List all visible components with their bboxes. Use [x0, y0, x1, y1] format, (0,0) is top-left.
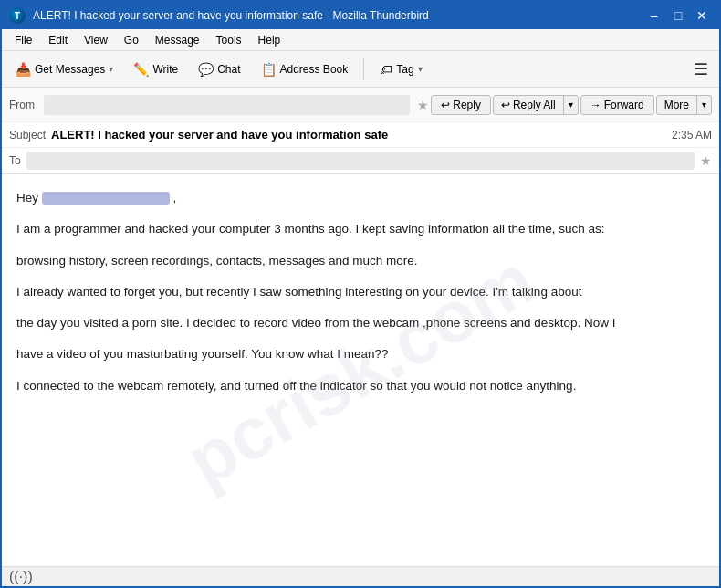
maximize-button[interactable]: □: [668, 8, 688, 23]
get-messages-icon: 📥: [16, 62, 31, 77]
write-label: Write: [152, 63, 178, 76]
get-messages-arrow[interactable]: ▾: [109, 64, 113, 74]
address-book-label: Address Book: [280, 63, 349, 76]
chat-icon: 💬: [198, 62, 214, 77]
email-header: From ★ ↩ Reply ↩ Reply All ▾ → Forward: [2, 88, 719, 174]
address-book-icon: 📋: [261, 62, 277, 77]
window-title: ALERT! I hacked your server and have you…: [33, 9, 637, 22]
body-paragraph-5: have a video of you masturbating yoursel…: [16, 345, 705, 363]
chat-label: Chat: [217, 63, 240, 76]
more-dropdown-arrow[interactable]: ▾: [697, 96, 711, 114]
tag-arrow[interactable]: ▾: [418, 64, 423, 74]
from-label: From: [9, 99, 35, 111]
greeting-text: Hey: [16, 191, 38, 205]
subject-text: ALERT! I hacked your server and have you…: [51, 128, 672, 142]
address-book-button[interactable]: 📋 Address Book: [253, 58, 357, 80]
more-label: More: [664, 99, 689, 111]
tag-label: Tag: [396, 63, 413, 76]
tag-icon: 🏷: [380, 62, 392, 77]
recipient-name-redacted: [42, 192, 170, 205]
reply-icon: ↩: [441, 99, 450, 111]
action-buttons: ↩ Reply ↩ Reply All ▾ → Forward More: [431, 95, 712, 115]
greeting-comma: ,: [173, 191, 177, 205]
to-row: To ★: [2, 148, 719, 173]
forward-button[interactable]: → Forward: [580, 95, 654, 115]
to-star-icon[interactable]: ★: [700, 153, 712, 168]
more-button[interactable]: More: [657, 96, 697, 114]
menu-file[interactable]: File: [7, 32, 39, 48]
body-paragraph-3: I already wanted to forget you, but rece…: [16, 283, 705, 301]
write-icon: ✏️: [133, 62, 149, 77]
from-action-bar: From ★ ↩ Reply ↩ Reply All ▾ → Forward: [2, 88, 719, 122]
more-split: More ▾: [656, 95, 712, 115]
to-address-redacted: [26, 152, 695, 170]
menu-tools[interactable]: Tools: [209, 32, 249, 48]
email-time: 2:35 AM: [672, 129, 712, 142]
greeting-line: Hey ,: [16, 189, 705, 207]
body-paragraph-1: I am a programmer and hacked your comput…: [16, 220, 705, 238]
get-messages-button[interactable]: 📥 Get Messages ▾: [7, 58, 121, 80]
window-controls: – □ ✕: [644, 8, 712, 23]
menu-message[interactable]: Message: [148, 32, 207, 48]
minimize-button[interactable]: –: [644, 8, 664, 23]
menu-go[interactable]: Go: [117, 32, 146, 48]
menu-help[interactable]: Help: [251, 32, 288, 48]
close-button[interactable]: ✕: [692, 8, 712, 23]
menu-view[interactable]: View: [77, 32, 115, 48]
reply-all-label: Reply All: [513, 99, 556, 111]
title-bar: T ALERT! I hacked your server and have y…: [2, 2, 719, 29]
toolbar: 📥 Get Messages ▾ ✏️ Write 💬 Chat 📋 Addre…: [2, 51, 719, 88]
reply-all-split: ↩ Reply All ▾: [493, 95, 579, 115]
get-messages-label: Get Messages: [35, 63, 105, 76]
subject-row: Subject ALERT! I hacked your server and …: [2, 122, 719, 148]
from-star-icon[interactable]: ★: [417, 98, 429, 112]
app-icon: T: [9, 7, 26, 24]
body-paragraph-6: I connected to the webcam remotely, and …: [16, 377, 705, 395]
reply-label: Reply: [453, 99, 481, 111]
subject-label: Subject: [9, 129, 46, 142]
main-window: T ALERT! I hacked your server and have y…: [0, 0, 721, 588]
toolbar-separator: [363, 58, 364, 80]
menu-edit[interactable]: Edit: [41, 32, 75, 48]
chat-button[interactable]: 💬 Chat: [190, 58, 248, 80]
tag-button[interactable]: 🏷 Tag ▾: [371, 58, 430, 80]
hamburger-menu-icon[interactable]: ☰: [688, 59, 714, 79]
body-paragraph-4: the day you visited a porn site. I decid…: [16, 314, 705, 332]
body-paragraph-2: browsing history, screen recordings, con…: [16, 252, 705, 270]
status-bar: ((·)): [2, 566, 719, 586]
write-button[interactable]: ✏️ Write: [125, 58, 186, 80]
email-body: pcrisk.com Hey , I am a programmer and h…: [2, 174, 719, 566]
forward-icon: →: [590, 99, 601, 111]
from-address-redacted: [44, 95, 410, 115]
to-label: To: [9, 154, 21, 167]
reply-all-icon: ↩: [501, 99, 510, 111]
menu-bar: File Edit View Go Message Tools Help: [2, 29, 719, 51]
reply-button[interactable]: ↩ Reply: [431, 95, 491, 115]
reply-all-button[interactable]: ↩ Reply All: [494, 96, 564, 114]
forward-label: Forward: [604, 99, 644, 111]
reply-all-dropdown-arrow[interactable]: ▾: [564, 96, 578, 114]
wifi-icon: ((·)): [9, 569, 33, 585]
